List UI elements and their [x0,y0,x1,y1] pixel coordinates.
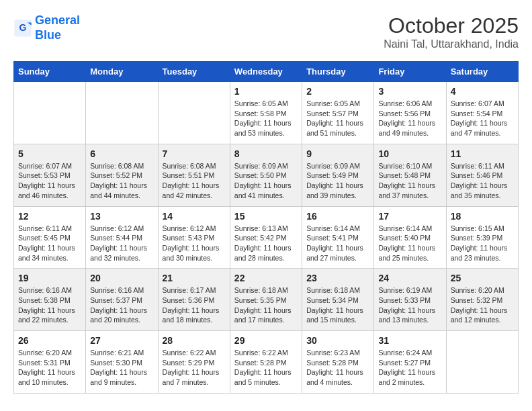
sunset-text: Sunset: 5:57 PM [306,109,359,118]
day-info: Sunrise: 6:14 AMSunset: 5:41 PMDaylight:… [306,224,369,263]
daylight-text: Daylight: 11 hours and 10 minutes. [18,368,75,386]
calendar-cell: 17Sunrise: 6:14 AMSunset: 5:40 PMDayligh… [374,206,446,269]
daylight-text: Daylight: 11 hours and 49 minutes. [378,119,435,137]
logo-line2: Blue [35,28,61,42]
day-number: 17 [378,211,441,222]
sunset-text: Sunset: 5:53 PM [18,171,71,179]
day-number: 28 [163,335,226,346]
day-number: 10 [378,148,441,159]
day-number: 25 [451,273,514,283]
sunset-text: Sunset: 5:51 PM [163,171,215,179]
day-number: 18 [451,211,514,222]
day-number: 23 [306,273,369,283]
sunrise-text: Sunrise: 6:18 AM [306,286,360,294]
daylight-text: Daylight: 11 hours and 20 minutes. [90,306,147,324]
sunrise-text: Sunrise: 6:19 AM [378,286,432,294]
daylight-text: Daylight: 11 hours and 47 minutes. [451,119,508,137]
day-number: 14 [163,211,226,222]
calendar-header-row: SundayMondayTuesdayWednesdayThursdayFrid… [14,62,519,82]
day-number: 12 [18,211,81,222]
sunset-text: Sunset: 5:43 PM [163,234,215,242]
calendar-cell [14,82,86,144]
sunset-text: Sunset: 5:35 PM [234,296,287,304]
sunrise-text: Sunrise: 6:16 AM [90,286,144,294]
calendar-cell [446,331,518,394]
day-info: Sunrise: 6:11 AMSunset: 5:46 PMDaylight:… [451,161,514,201]
day-info: Sunrise: 6:16 AMSunset: 5:37 PMDaylight:… [90,285,153,325]
daylight-text: Daylight: 11 hours and 7 minutes. [163,368,220,386]
day-info: Sunrise: 6:18 AMSunset: 5:34 PMDaylight:… [306,285,369,325]
sunrise-text: Sunrise: 6:08 AM [163,162,216,170]
day-number: 21 [163,273,226,283]
day-number: 5 [18,148,81,159]
day-info: Sunrise: 6:13 AMSunset: 5:42 PMDaylight:… [234,224,298,263]
svg-text:G: G [19,22,27,33]
daylight-text: Daylight: 11 hours and 9 minutes. [90,368,147,386]
sunset-text: Sunset: 5:42 PM [234,234,287,242]
sunset-text: Sunset: 5:49 PM [306,171,359,179]
week-row-5: 26Sunrise: 6:20 AMSunset: 5:31 PMDayligh… [14,331,519,394]
daylight-text: Daylight: 11 hours and 44 minutes. [90,181,147,199]
sunset-text: Sunset: 5:39 PM [451,234,503,242]
day-info: Sunrise: 6:17 AMSunset: 5:36 PMDaylight:… [163,285,226,325]
sunrise-text: Sunrise: 6:21 AM [90,349,144,357]
daylight-text: Daylight: 11 hours and 28 minutes. [234,244,292,262]
daylight-text: Daylight: 11 hours and 30 minutes. [163,244,220,262]
daylight-text: Daylight: 11 hours and 42 minutes. [163,181,220,199]
week-row-3: 12Sunrise: 6:11 AMSunset: 5:45 PMDayligh… [14,206,519,269]
daylight-text: Daylight: 11 hours and 41 minutes. [234,181,292,199]
daylight-text: Daylight: 11 hours and 35 minutes. [451,181,508,199]
sunset-text: Sunset: 5:31 PM [18,359,71,367]
sunrise-text: Sunrise: 6:22 AM [163,349,216,357]
calendar-cell: 11Sunrise: 6:11 AMSunset: 5:46 PMDayligh… [446,144,518,206]
daylight-text: Daylight: 11 hours and 5 minutes. [234,368,292,386]
sunset-text: Sunset: 5:36 PM [163,296,215,304]
day-number: 2 [306,86,369,97]
calendar-body: 1Sunrise: 6:05 AMSunset: 5:58 PMDaylight… [14,82,519,394]
day-info: Sunrise: 6:14 AMSunset: 5:40 PMDaylight:… [378,224,441,263]
calendar-cell: 24Sunrise: 6:19 AMSunset: 5:33 PMDayligh… [374,269,446,331]
calendar-cell: 4Sunrise: 6:07 AMSunset: 5:54 PMDaylight… [446,82,518,144]
calendar-header: G General Blue October 2025 Naini Tal, U… [13,13,519,50]
sunrise-text: Sunrise: 6:12 AM [90,224,144,232]
sunset-text: Sunset: 5:30 PM [90,359,142,367]
sunset-text: Sunset: 5:29 PM [163,359,215,367]
sunset-text: Sunset: 5:45 PM [18,234,71,242]
sunrise-text: Sunrise: 6:08 AM [90,162,144,170]
sunrise-text: Sunrise: 6:20 AM [451,286,504,294]
sunrise-text: Sunrise: 6:14 AM [378,224,432,232]
month-title: October 2025 [384,13,519,38]
logo-line1: General [35,13,80,27]
day-info: Sunrise: 6:10 AMSunset: 5:48 PMDaylight:… [378,161,441,201]
sunrise-text: Sunrise: 6:05 AM [234,99,288,107]
sunrise-text: Sunrise: 6:20 AM [18,349,72,357]
sunset-text: Sunset: 5:44 PM [90,234,142,242]
calendar-cell: 10Sunrise: 6:10 AMSunset: 5:48 PMDayligh… [374,144,446,206]
day-info: Sunrise: 6:24 AMSunset: 5:27 PMDaylight:… [378,348,441,387]
day-info: Sunrise: 6:23 AMSunset: 5:28 PMDaylight:… [306,348,369,387]
daylight-text: Daylight: 11 hours and 32 minutes. [90,244,147,262]
weekday-header-friday: Friday [374,62,446,82]
location: Naini Tal, Uttarakhand, India [384,38,519,50]
sunrise-text: Sunrise: 6:07 AM [451,99,504,107]
daylight-text: Daylight: 11 hours and 46 minutes. [18,181,75,199]
daylight-text: Daylight: 11 hours and 17 minutes. [234,306,292,324]
calendar-cell: 30Sunrise: 6:23 AMSunset: 5:28 PMDayligh… [302,331,374,394]
title-area: October 2025 Naini Tal, Uttarakhand, Ind… [384,13,519,50]
day-info: Sunrise: 6:07 AMSunset: 5:54 PMDaylight:… [451,99,514,138]
day-info: Sunrise: 6:21 AMSunset: 5:30 PMDaylight:… [90,348,153,387]
day-info: Sunrise: 6:09 AMSunset: 5:50 PMDaylight:… [234,161,298,201]
day-info: Sunrise: 6:19 AMSunset: 5:33 PMDaylight:… [378,285,441,325]
day-info: Sunrise: 6:20 AMSunset: 5:32 PMDaylight:… [451,285,514,325]
weekday-header-thursday: Thursday [302,62,374,82]
logo-icon: G [13,19,32,38]
day-number: 13 [90,211,153,222]
calendar-cell: 15Sunrise: 6:13 AMSunset: 5:42 PMDayligh… [230,206,302,269]
calendar-cell: 14Sunrise: 6:12 AMSunset: 5:43 PMDayligh… [158,206,230,269]
sunrise-text: Sunrise: 6:11 AM [451,162,504,170]
calendar-cell: 2Sunrise: 6:05 AMSunset: 5:57 PMDaylight… [302,82,374,144]
calendar-table: SundayMondayTuesdayWednesdayThursdayFrid… [13,61,519,394]
day-number: 1 [234,86,298,97]
daylight-text: Daylight: 11 hours and 39 minutes. [306,181,363,199]
sunrise-text: Sunrise: 6:24 AM [378,349,432,357]
